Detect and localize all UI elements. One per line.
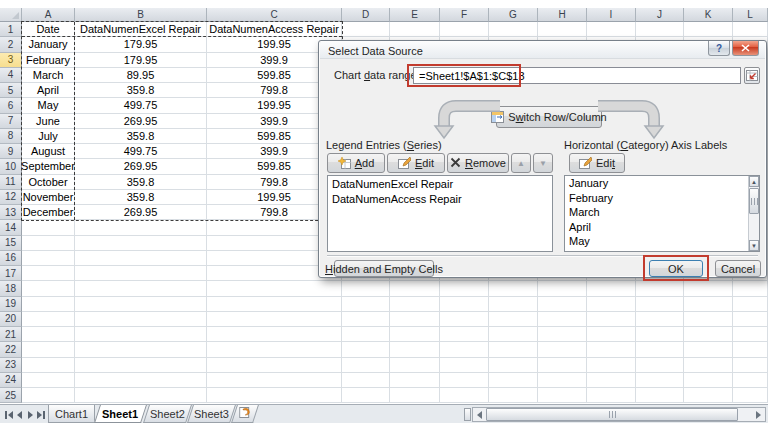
cell-I18[interactable] <box>587 281 636 296</box>
cell-A3[interactable]: February <box>22 53 75 68</box>
cell-B13[interactable]: 269.95 <box>75 205 207 220</box>
cell-G21[interactable] <box>489 327 538 342</box>
col-header-K[interactable]: K <box>684 8 733 22</box>
cell-J23[interactable] <box>636 358 684 373</box>
cell-J1[interactable] <box>636 22 684 37</box>
cell-K22[interactable] <box>684 342 733 357</box>
next-sheet-button[interactable] <box>25 408 35 421</box>
cell-D21[interactable] <box>342 327 390 342</box>
cell-B21[interactable] <box>75 327 207 342</box>
move-down-button[interactable]: ▼ <box>533 153 553 173</box>
add-series-button[interactable]: Add <box>327 153 385 173</box>
cell-A21[interactable] <box>22 327 75 342</box>
cell-H23[interactable] <box>538 358 587 373</box>
cell-E1[interactable] <box>390 22 440 37</box>
cell-F1[interactable] <box>440 22 489 37</box>
cell-D24[interactable] <box>342 373 390 388</box>
cell-H21[interactable] <box>538 327 587 342</box>
row-header-22[interactable]: 22 <box>0 342 22 357</box>
category-scrollbar[interactable]: ▲ ▼ <box>748 176 759 251</box>
cell-A10[interactable]: September <box>22 159 75 174</box>
cell-I19[interactable] <box>587 297 636 312</box>
category-item[interactable]: January <box>565 176 748 191</box>
cell-I1[interactable] <box>587 22 636 37</box>
cell-A1[interactable]: Date <box>22 22 75 37</box>
col-header-A[interactable]: A <box>22 8 75 22</box>
row-header-1[interactable]: 1 <box>0 22 22 37</box>
col-header-L[interactable]: L <box>733 8 768 22</box>
col-header-F[interactable]: F <box>440 8 489 22</box>
cell-E20[interactable] <box>390 312 440 327</box>
cell-K23[interactable] <box>684 358 733 373</box>
horizontal-scrollbar[interactable] <box>472 407 766 422</box>
cell-B6[interactable]: 499.75 <box>75 98 207 113</box>
cell-L24[interactable] <box>733 373 768 388</box>
cell-J21[interactable] <box>636 327 684 342</box>
cell-F20[interactable] <box>440 312 489 327</box>
cell-D18[interactable] <box>342 281 390 296</box>
row-header-19[interactable]: 19 <box>0 297 22 312</box>
cell-A19[interactable] <box>22 297 75 312</box>
last-sheet-button[interactable] <box>36 408 46 421</box>
close-button[interactable] <box>732 41 759 56</box>
ok-button[interactable]: OK <box>649 260 703 277</box>
cell-C1[interactable]: DataNumenAccess Repair <box>207 22 342 37</box>
previous-sheet-button[interactable] <box>14 408 24 421</box>
row-header-18[interactable]: 18 <box>0 281 22 296</box>
cell-C24[interactable] <box>207 373 342 388</box>
cell-L22[interactable] <box>733 342 768 357</box>
cell-B25[interactable] <box>75 388 207 403</box>
row-header-13[interactable]: 13 <box>0 205 22 220</box>
cell-F25[interactable] <box>440 388 489 403</box>
row-header-3[interactable]: 3 <box>0 53 22 68</box>
cell-B23[interactable] <box>75 358 207 373</box>
cell-F18[interactable] <box>440 281 489 296</box>
col-header-H[interactable]: H <box>538 8 587 22</box>
cell-J19[interactable] <box>636 297 684 312</box>
cell-B7[interactable]: 269.95 <box>75 114 207 129</box>
cell-D20[interactable] <box>342 312 390 327</box>
dialog-titlebar[interactable]: Select Data Source <box>320 42 765 59</box>
cell-F21[interactable] <box>440 327 489 342</box>
row-header-17[interactable]: 17 <box>0 266 22 281</box>
cell-A6[interactable]: May <box>22 98 75 113</box>
col-header-I[interactable]: I <box>587 8 636 22</box>
cell-F19[interactable] <box>440 297 489 312</box>
cell-A24[interactable] <box>22 373 75 388</box>
cell-G20[interactable] <box>489 312 538 327</box>
cell-D1[interactable] <box>342 22 390 37</box>
row-header-24[interactable]: 24 <box>0 373 22 388</box>
cell-D25[interactable] <box>342 388 390 403</box>
cell-E24[interactable] <box>390 373 440 388</box>
series-item[interactable]: DataNumenExcel Repair <box>328 176 552 191</box>
cell-A12[interactable]: November <box>22 190 75 205</box>
cell-K19[interactable] <box>684 297 733 312</box>
hidden-and-empty-cells-button[interactable]: Hidden and Empty Cells <box>334 260 434 277</box>
row-header-11[interactable]: 11 <box>0 175 22 190</box>
cell-J25[interactable] <box>636 388 684 403</box>
row-header-23[interactable]: 23 <box>0 358 22 373</box>
cell-I25[interactable] <box>587 388 636 403</box>
row-header-25[interactable]: 25 <box>0 388 22 403</box>
cell-K18[interactable] <box>684 281 733 296</box>
cell-G23[interactable] <box>489 358 538 373</box>
row-header-12[interactable]: 12 <box>0 190 22 205</box>
cancel-button[interactable]: Cancel <box>715 260 761 277</box>
sheet-tab-sheet2[interactable]: Sheet2 <box>143 405 192 423</box>
cell-A8[interactable]: July <box>22 129 75 144</box>
cell-L19[interactable] <box>733 297 768 312</box>
cell-B8[interactable]: 359.8 <box>75 129 207 144</box>
col-header-J[interactable]: J <box>636 8 684 22</box>
col-header-D[interactable]: D <box>342 8 390 22</box>
cell-J22[interactable] <box>636 342 684 357</box>
col-header-C[interactable]: C <box>207 8 342 22</box>
row-header-14[interactable]: 14 <box>0 220 22 235</box>
cell-C18[interactable] <box>207 281 342 296</box>
cell-B24[interactable] <box>75 373 207 388</box>
category-item[interactable]: April <box>565 220 748 235</box>
cell-E22[interactable] <box>390 342 440 357</box>
cell-B5[interactable]: 359.8 <box>75 83 207 98</box>
collapse-dialog-button[interactable] <box>744 67 760 84</box>
cell-H18[interactable] <box>538 281 587 296</box>
cell-G24[interactable] <box>489 373 538 388</box>
